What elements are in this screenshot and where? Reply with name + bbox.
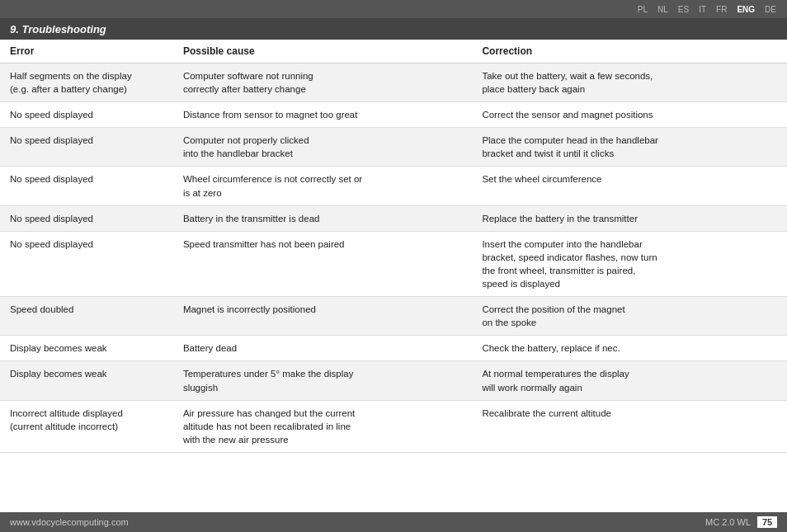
table-row: No speed displayedSpeed transmitter has …: [0, 231, 787, 296]
lang-nl[interactable]: NL: [655, 3, 671, 16]
cell-correction: At normal temperatures the displaywill w…: [472, 361, 787, 400]
cell-correction: Correct the sensor and magnet positions: [472, 102, 787, 128]
table-row: Incorrect altitude displayed(current alt…: [0, 400, 787, 452]
footer-url: www.vdocyclecomputing.com: [10, 517, 129, 527]
cell-correction: Replace the battery in the transmitter: [472, 205, 787, 231]
cell-error: No speed displayed: [0, 167, 173, 205]
cell-error: No speed displayed: [0, 102, 173, 128]
table-row: No speed displayedDistance from sensor t…: [0, 102, 787, 128]
footer-page: 75: [757, 516, 777, 528]
cell-error: No speed displayed: [0, 205, 173, 231]
cell-error: Display becomes weak: [0, 361, 173, 400]
cell-error: No speed displayed: [0, 128, 173, 167]
col-header-correction: Correction: [472, 40, 787, 64]
table-row: No speed displayedBattery in the transmi…: [0, 205, 787, 231]
troubleshoot-table-container: Error Possible cause Correction Half seg…: [0, 40, 787, 453]
cell-cause: Distance from sensor to magnet too great: [173, 102, 473, 128]
section-title: 9. Troubleshooting: [10, 23, 106, 35]
footer: www.vdocyclecomputing.com MC 2.0 WL 75: [0, 512, 787, 532]
footer-model: MC 2.0 WL: [705, 517, 751, 527]
troubleshoot-table: Error Possible cause Correction Half seg…: [0, 40, 787, 453]
cell-correction: Set the wheel circumference: [472, 167, 787, 205]
cell-correction: Recalibrate the current altitude: [472, 400, 787, 452]
table-row: Display becomes weakTemperatures under 5…: [0, 361, 787, 400]
table-row: Half segments on the display(e.g. after …: [0, 64, 787, 102]
section-header: 9. Troubleshooting: [0, 18, 787, 40]
lang-eng[interactable]: ENG: [734, 3, 757, 16]
cell-cause: Temperatures under 5° make the displaysl…: [173, 361, 473, 400]
table-row: No speed displayedWheel circumference is…: [0, 167, 787, 205]
cell-correction: Insert the computer into the handlebarbr…: [472, 231, 787, 296]
language-bar: PLNLESITFRENGDE: [0, 0, 787, 18]
cell-error: Incorrect altitude displayed(current alt…: [0, 400, 173, 452]
cell-cause: Computer software not runningcorrectly a…: [173, 64, 473, 102]
col-header-error: Error: [0, 40, 173, 64]
cell-cause: Battery dead: [173, 336, 473, 361]
cell-cause: Battery in the transmitter is dead: [173, 205, 473, 231]
lang-fr[interactable]: FR: [714, 3, 729, 16]
table-row: Speed doubledMagnet is incorrectly posit…: [0, 297, 787, 336]
footer-right: MC 2.0 WL 75: [705, 516, 777, 528]
cell-cause: Air pressure has changed but the current…: [173, 400, 473, 452]
lang-es[interactable]: ES: [676, 3, 691, 16]
lang-pl[interactable]: PL: [635, 3, 650, 16]
col-header-cause: Possible cause: [173, 40, 473, 64]
cell-cause: Wheel circumference is not correctly set…: [173, 167, 473, 205]
cell-correction: Place the computer head in the handlebar…: [472, 128, 787, 167]
table-row: Display becomes weakBattery deadCheck th…: [0, 336, 787, 361]
lang-it[interactable]: IT: [696, 3, 709, 16]
lang-de[interactable]: DE: [762, 3, 779, 16]
cell-error: Speed doubled: [0, 297, 173, 336]
cell-correction: Take out the battery, wait a few seconds…: [472, 64, 787, 102]
cell-error: Display becomes weak: [0, 336, 173, 361]
cell-cause: Magnet is incorrectly positioned: [173, 297, 473, 336]
cell-error: Half segments on the display(e.g. after …: [0, 64, 173, 102]
cell-correction: Correct the position of the magneton the…: [472, 297, 787, 336]
cell-correction: Check the battery, replace if nec.: [472, 336, 787, 361]
table-row: No speed displayedComputer not properly …: [0, 128, 787, 167]
cell-error: No speed displayed: [0, 231, 173, 296]
cell-cause: Computer not properly clickedinto the ha…: [173, 128, 473, 167]
cell-cause: Speed transmitter has not been paired: [173, 231, 473, 296]
